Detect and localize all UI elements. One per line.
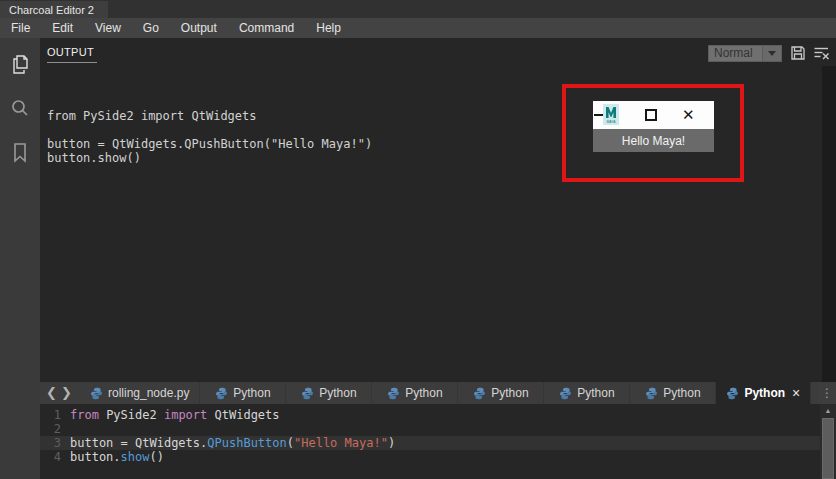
editor-tab[interactable]: Python: [544, 382, 630, 404]
editor-tab[interactable]: Python: [286, 382, 372, 404]
python-icon: [726, 387, 739, 400]
python-icon: [90, 387, 103, 400]
maya-icon: MAYA: [603, 104, 619, 129]
bookmark-icon[interactable]: [0, 136, 40, 170]
output-line: from PySide2 import QtWidgets: [47, 109, 372, 123]
editor-tab[interactable]: Python: [630, 382, 716, 404]
menu-item[interactable]: Go: [132, 18, 170, 38]
output-line: button.show(): [47, 151, 372, 165]
editor-line: 1from PySide2 import QtWidgets: [40, 408, 820, 422]
tab-label: Python: [319, 386, 356, 400]
tab-label: Python: [405, 386, 442, 400]
menu-item[interactable]: Help: [305, 18, 352, 38]
tab-close-icon[interactable]: ×: [792, 385, 800, 401]
tab-scroll-left-icon[interactable]: ❮: [46, 382, 57, 404]
tab-nav: ❮ ❯: [40, 382, 80, 404]
editor-tab[interactable]: Python: [372, 382, 458, 404]
output-mode-dropdown[interactable]: Normal: [708, 45, 782, 62]
close-icon[interactable]: ✕: [682, 106, 695, 124]
tab-label: Python: [491, 386, 528, 400]
python-icon: [473, 387, 486, 400]
editor-line: 3button = QtWidgets.QPushButton("Hello M…: [40, 436, 820, 450]
menu-item[interactable]: Output: [170, 18, 228, 38]
menu-bar: FileEditViewGoOutputCommandHelp: [0, 18, 836, 38]
editor-tab[interactable]: Python: [200, 382, 286, 404]
python-icon: [387, 387, 400, 400]
code-editor[interactable]: 1from PySide2 import QtWidgets23button =…: [40, 404, 820, 479]
menu-item[interactable]: File: [0, 18, 41, 38]
output-line: button = QtWidgets.QPushButton("Hello Ma…: [47, 137, 372, 151]
tab-label: rolling_node.py: [108, 386, 189, 400]
menu-item[interactable]: Edit: [41, 18, 84, 38]
save-output-icon[interactable]: [789, 45, 806, 62]
search-icon[interactable]: [0, 92, 40, 126]
left-sidebar: [0, 38, 40, 479]
editor-tab[interactable]: rolling_node.py: [80, 382, 200, 404]
python-icon: [215, 387, 228, 400]
output-tab[interactable]: OUTPUT: [47, 43, 97, 63]
output-line: [47, 123, 372, 137]
line-number: 4: [40, 450, 70, 464]
editor-tab-bar: ❮ ❯ rolling_node.py: [40, 382, 836, 404]
output-scrollbar-track[interactable]: [822, 66, 836, 382]
hello-maya-popup-window: MAYA ✕ Hello Maya!: [593, 101, 714, 152]
window-titlebar: Charcoal Editor 2: [0, 0, 836, 18]
tab-label: Python: [744, 386, 785, 400]
tab-overflow-icon[interactable]: ⋮: [818, 382, 836, 404]
tab-label: Python: [233, 386, 270, 400]
output-header-controls: Normal: [708, 45, 830, 62]
output-mode-value: Normal: [709, 46, 762, 61]
output-panel: from PySide2 import QtWidgetsbutton = Qt…: [40, 38, 822, 382]
clear-output-icon[interactable]: [813, 45, 830, 62]
output-console: from PySide2 import QtWidgetsbutton = Qt…: [47, 67, 372, 165]
charcoal-editor-window: Charcoal Editor 2 FileEditViewGoOutputCo…: [0, 0, 836, 479]
editor-tabs: rolling_node.py Python: [80, 382, 811, 404]
menu-item[interactable]: Command: [228, 18, 305, 38]
red-highlight-rectangle: MAYA ✕ Hello Maya!: [562, 84, 744, 182]
scroll-up-icon[interactable]: ▲: [820, 404, 836, 417]
popup-titlebar: MAYA ✕: [593, 101, 714, 129]
tab-label: Python: [663, 386, 700, 400]
window-title-tab[interactable]: Charcoal Editor 2: [0, 1, 108, 19]
editor-scrollbar[interactable]: ▲: [820, 404, 836, 479]
editor-tab[interactable]: Python ×: [716, 382, 811, 404]
line-number: 2: [40, 422, 70, 436]
editor-lines: 1from PySide2 import QtWidgets23button =…: [40, 408, 820, 464]
chevron-down-icon[interactable]: [762, 46, 781, 61]
minimize-icon[interactable]: [594, 114, 603, 116]
documents-icon[interactable]: [0, 48, 40, 82]
maximize-icon[interactable]: [645, 109, 657, 121]
hello-maya-button[interactable]: Hello Maya!: [593, 129, 714, 152]
line-number: 3: [40, 436, 70, 450]
editor-line: 4button.show(): [40, 450, 820, 464]
line-number: 1: [40, 408, 70, 422]
python-icon: [645, 387, 658, 400]
editor-tab[interactable]: Python: [458, 382, 544, 404]
output-header: OUTPUT Normal: [40, 38, 836, 66]
maya-icon-text: MAYA: [606, 120, 616, 124]
tab-label: Python: [577, 386, 614, 400]
editor-scrollbar-thumb[interactable]: [822, 418, 834, 479]
tab-scroll-right-icon[interactable]: ❯: [61, 382, 72, 404]
python-icon: [559, 387, 572, 400]
python-icon: [301, 387, 314, 400]
editor-line: 2: [40, 422, 820, 436]
menu-item[interactable]: View: [84, 18, 132, 38]
